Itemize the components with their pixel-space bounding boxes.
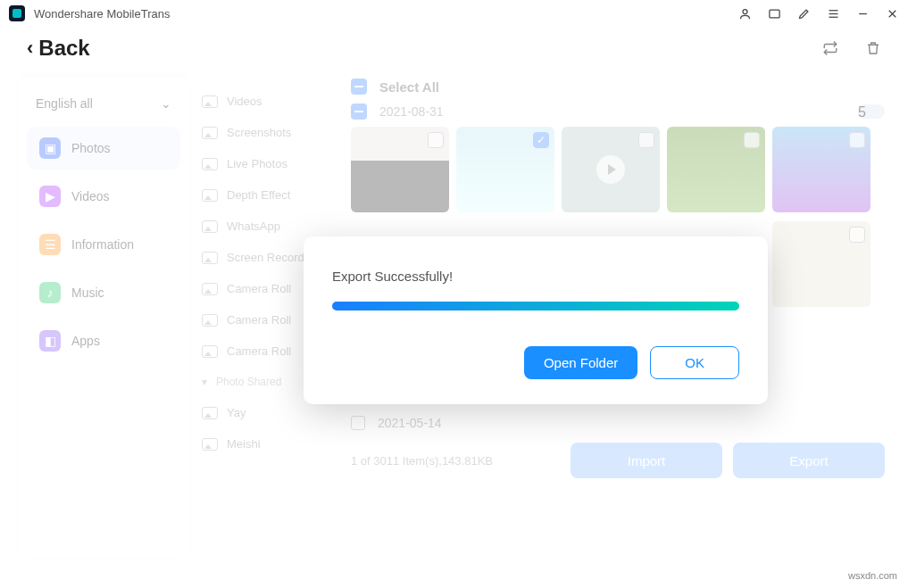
sidebar-item-photos[interactable]: ▣ Photos (27, 127, 180, 170)
close-icon[interactable] (886, 7, 899, 21)
photo-thumbnail[interactable] (351, 127, 449, 212)
date-label: 2021-05-14 (378, 416, 442, 430)
edit-icon[interactable] (797, 7, 811, 21)
photo-checkbox[interactable]: ✓ (533, 132, 549, 148)
svg-rect-1 (770, 10, 779, 18)
date-checkbox[interactable] (351, 416, 365, 430)
count-badge: 5 (858, 104, 885, 119)
export-success-modal: Export Successfully! Open Folder OK (304, 236, 768, 404)
photo-thumbnail[interactable] (667, 127, 765, 212)
watermark: wsxdn.com (848, 570, 897, 581)
album-icon (202, 438, 218, 451)
menu-icon[interactable] (827, 7, 840, 21)
album-icon (202, 283, 218, 295)
music-icon: ♪ (39, 282, 61, 303)
album-icon (202, 345, 218, 358)
sidebar-item-label: Photos (71, 141, 111, 155)
sidebar-item-apps[interactable]: ◧ Apps (27, 319, 180, 362)
album-screenshots[interactable]: Screenshots (196, 117, 338, 148)
account-icon[interactable] (738, 7, 752, 21)
chevron-left-icon: ‹ (27, 37, 33, 60)
album-live-photos[interactable]: Live Photos (196, 148, 338, 179)
sidebar-item-videos[interactable]: ▶ Videos (27, 175, 180, 218)
videos-icon: ▶ (39, 186, 61, 207)
app-logo (9, 5, 25, 21)
album-icon (202, 220, 218, 233)
album-icon (202, 127, 218, 139)
chevron-down-icon: ⌄ (161, 96, 171, 111)
status-text: 1 of 3011 Item(s),143.81KB (351, 454, 560, 468)
photo-thumbnail[interactable] (772, 127, 871, 212)
play-icon (596, 155, 625, 184)
message-icon[interactable] (768, 7, 781, 21)
apps-icon: ◧ (39, 330, 61, 352)
photos-icon: ▣ (39, 137, 61, 159)
album-videos[interactable]: Videos (196, 86, 338, 117)
dropdown-label: English all (36, 96, 93, 111)
minimize-icon[interactable] (856, 7, 870, 21)
app-title: Wondershare MobileTrans (34, 7, 170, 21)
sidebar-item-label: Information (71, 237, 134, 252)
photo-thumbnail[interactable] (772, 221, 871, 307)
album-icon (202, 252, 218, 264)
svg-point-0 (743, 9, 747, 13)
date-checkbox[interactable] (351, 104, 367, 120)
open-folder-button[interactable]: Open Folder (524, 346, 637, 379)
photo-thumbnail[interactable]: ✓ (456, 127, 554, 212)
back-label: Back (38, 36, 89, 61)
progress-bar (332, 302, 739, 311)
import-button[interactable]: Import (571, 443, 722, 478)
back-button[interactable]: ‹ Back (27, 36, 90, 61)
sidebar-item-label: Videos (71, 189, 110, 203)
album-icon (202, 95, 218, 108)
refresh-icon[interactable] (822, 40, 838, 56)
info-icon: ☰ (39, 234, 61, 255)
export-button[interactable]: Export (733, 443, 885, 478)
date-label: 2021-08-31 (379, 104, 444, 119)
photo-checkbox[interactable] (428, 132, 444, 148)
sidebar-item-label: Apps (71, 334, 100, 348)
photo-checkbox[interactable] (849, 227, 865, 243)
titlebar: Wondershare MobileTrans (0, 0, 908, 27)
album-meishi[interactable]: Meishi (196, 428, 338, 460)
sidebar-item-information[interactable]: ☰ Information (27, 223, 180, 266)
album-icon (202, 314, 218, 327)
photo-checkbox[interactable] (849, 132, 865, 148)
album-icon (202, 189, 218, 202)
photo-checkbox[interactable] (744, 132, 760, 148)
select-all-label: Select All (379, 79, 439, 95)
back-row: ‹ Back (0, 27, 908, 77)
photo-checkbox[interactable] (638, 132, 654, 148)
ok-button[interactable]: OK (650, 346, 739, 379)
select-all-checkbox[interactable] (351, 79, 367, 95)
photo-thumbnail[interactable] (562, 127, 660, 212)
language-dropdown[interactable]: English all ⌄ (27, 93, 180, 127)
chevron-down-icon: ▾ (202, 376, 207, 388)
sidebar-item-label: Music (71, 286, 104, 300)
modal-title: Export Successfully! (332, 269, 739, 284)
album-icon (202, 407, 218, 419)
sidebar: English all ⌄ ▣ Photos ▶ Videos ☰ Inform… (18, 77, 189, 558)
album-icon (202, 158, 218, 170)
sidebar-item-music[interactable]: ♪ Music (27, 271, 180, 314)
album-depth-effect[interactable]: Depth Effect (196, 179, 338, 211)
delete-icon[interactable] (865, 40, 881, 56)
